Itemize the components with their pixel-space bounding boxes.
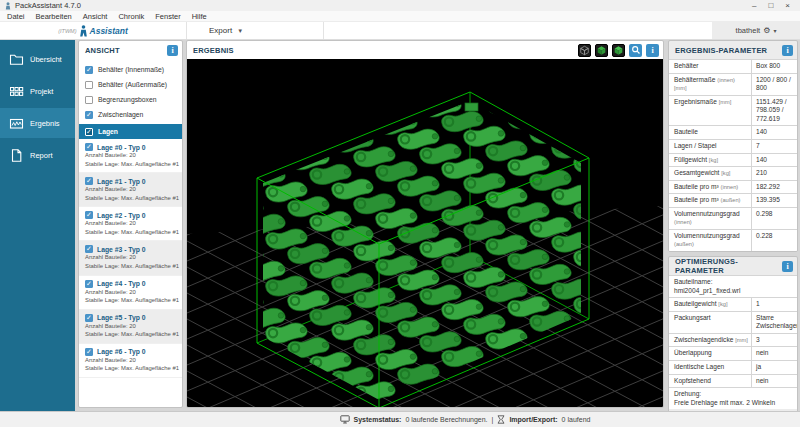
import-export-value: 0 laufend bbox=[562, 416, 591, 423]
param-label: Lagen / Stapel bbox=[669, 140, 751, 153]
param-value: nein bbox=[751, 347, 797, 360]
lage-detail: Anzahl Bauteile: 20 bbox=[85, 322, 179, 331]
optimierungs-parameter-table: Bauteilname:hmi2004_pr1_fixed.wrlBauteil… bbox=[669, 275, 797, 409]
sidebar-item-ergebnis[interactable]: Ergebnis bbox=[0, 108, 75, 138]
checkbox-icon[interactable]: ✓ bbox=[85, 66, 93, 74]
info-icon[interactable]: i bbox=[646, 44, 659, 57]
checkbox-icon[interactable]: ✓ bbox=[85, 314, 93, 322]
report-icon bbox=[9, 148, 24, 163]
export-button[interactable]: Export ▼ bbox=[186, 22, 324, 39]
minimize-button[interactable]: – bbox=[752, 1, 756, 11]
lage-detail: Stabile Lage: Max. Auflagefläche #1 bbox=[85, 296, 179, 305]
lage-detail: Anzahl Bauteile: 20 bbox=[85, 185, 179, 194]
menu-ansicht[interactable]: Ansicht bbox=[83, 12, 108, 21]
param-row: Bauteilname:hmi2004_pr1_fixed.wrl bbox=[669, 275, 797, 297]
app-icon bbox=[4, 2, 12, 10]
zoom-button[interactable] bbox=[629, 44, 642, 57]
info-icon[interactable]: i bbox=[167, 45, 178, 56]
ergebnis-parameter-title: ERGEBNIS-PARAMETER bbox=[675, 46, 767, 55]
checkbox-icon[interactable]: ✓ bbox=[85, 280, 93, 288]
lage-title: Lage #3 - Typ 0 bbox=[97, 246, 146, 253]
checkbox-icon[interactable]: ✓ bbox=[85, 111, 93, 119]
param-label: Identische Lagen bbox=[669, 361, 751, 374]
view-checkbox-row[interactable]: Begrenzungsboxen bbox=[79, 92, 182, 107]
param-label: Bauteilname: bbox=[674, 278, 794, 287]
param-value: 1 bbox=[751, 298, 797, 311]
view-checkbox-row[interactable]: ✓Behälter (Innenmaße) bbox=[79, 62, 182, 77]
lage-list-item[interactable]: ✓Lage #5 - Typ 0Anzahl Bauteile: 20Stabi… bbox=[79, 310, 182, 344]
param-value: 0.298 bbox=[751, 208, 797, 229]
menu-hilfe[interactable]: Hilfe bbox=[192, 12, 207, 21]
param-label: Packungsart bbox=[669, 312, 751, 333]
param-label: Behältermaße (innen) [mm] bbox=[669, 74, 751, 95]
sidebar-item-projekt[interactable]: Projekt bbox=[0, 76, 75, 106]
lage-detail: Anzahl Bauteile: 20 bbox=[85, 253, 179, 262]
info-icon[interactable]: i bbox=[782, 261, 793, 272]
menu-bearbeiten[interactable]: Bearbeiten bbox=[36, 12, 72, 21]
lage-title: Lage #2 - Typ 0 bbox=[97, 212, 146, 219]
param-label: Volumennutzungsgrad (außen) bbox=[669, 230, 751, 251]
menu-chronik[interactable]: Chronik bbox=[118, 12, 144, 21]
solid-view-button[interactable] bbox=[595, 44, 608, 57]
param-row: Füllgewicht [kg]140 bbox=[669, 153, 797, 167]
3d-viewport[interactable] bbox=[187, 59, 664, 408]
wireframe-cube-icon bbox=[579, 45, 590, 56]
logo-prefix: (ITWM) bbox=[58, 28, 76, 34]
checkbox-icon[interactable]: ✓ bbox=[85, 211, 93, 219]
logo-text: Assistant bbox=[90, 26, 128, 36]
view-checkbox-row[interactable]: Behälter (Außenmaße) bbox=[79, 77, 182, 92]
lage-list-item[interactable]: ✓Lage #4 - Typ 0Anzahl Bauteile: 20Stabi… bbox=[79, 276, 182, 310]
close-button[interactable]: × bbox=[785, 1, 790, 11]
person-icon bbox=[79, 25, 88, 37]
param-row: Behälter Box 800 bbox=[669, 59, 797, 73]
view-options-list: ✓Behälter (Innenmaße)Behälter (Außenmaße… bbox=[79, 59, 182, 122]
lage-detail: Stabile Lage: Max. Auflagefläche #1 bbox=[85, 228, 179, 237]
lage-detail: Stabile Lage: Max. Auflagefläche #1 bbox=[85, 262, 179, 271]
param-label: Zwischenlagendicke [mm] bbox=[669, 334, 751, 347]
lage-list-item[interactable]: ✓Lage #0 - Typ 0Anzahl Bauteile: 20Stabi… bbox=[79, 139, 182, 173]
view-checkbox-row[interactable]: ✓Zwischenlagen bbox=[79, 107, 182, 122]
lagen-header-row[interactable]: ✓ Lagen bbox=[79, 124, 182, 139]
system-status-value: 0 laufende Berechnungen. bbox=[405, 416, 487, 423]
solid-cube-icon bbox=[613, 45, 624, 56]
lage-detail: Anzahl Bauteile: 20 bbox=[85, 219, 179, 228]
maximize-button[interactable]: □ bbox=[768, 1, 773, 11]
checkbox-icon[interactable] bbox=[85, 96, 93, 104]
ergebnis-panel: ERGEBNIS bbox=[186, 40, 664, 408]
checkbox-icon[interactable]: ✓ bbox=[85, 128, 93, 136]
param-value: 1151.429 / 798.059 / 772.619 bbox=[751, 96, 797, 126]
import-export-label: Import/Export: bbox=[509, 416, 557, 423]
chevron-down-icon: ▾ bbox=[773, 27, 776, 34]
lage-title: Lage #6 - Typ 0 bbox=[97, 348, 146, 355]
lage-list-item[interactable]: ✓Lage #1 - Typ 0Anzahl Bauteile: 20Stabi… bbox=[79, 173, 182, 207]
menu-fenster[interactable]: Fenster bbox=[155, 12, 180, 21]
checkbox-icon[interactable]: ✓ bbox=[85, 245, 93, 253]
lage-list-item[interactable]: ✓Lage #2 - Typ 0Anzahl Bauteile: 20Stabi… bbox=[79, 207, 182, 241]
optimierungs-parameter-card: OPTIMIERUNGS-PARAMETER i Bauteilname:hmi… bbox=[668, 256, 798, 424]
user-name: tbathelt bbox=[736, 26, 761, 35]
info-icon[interactable]: i bbox=[782, 45, 793, 56]
param-value: Freie Drehlage mit max. 2 Winkeln bbox=[674, 399, 794, 408]
menu-datei[interactable]: Datei bbox=[7, 12, 25, 21]
lage-list-item[interactable]: ✓Lage #6 - Typ 0Anzahl Bauteile: 20Stabi… bbox=[79, 344, 182, 378]
window-controls: – □ × bbox=[752, 1, 796, 11]
param-label: Gesamtgewicht [kg] bbox=[669, 167, 751, 180]
user-menu[interactable]: tbathelt ⚙ ▾ bbox=[712, 22, 800, 39]
param-label: Bauteile pro m³ (innen) bbox=[669, 181, 751, 194]
checkbox-icon[interactable]: ✓ bbox=[85, 143, 93, 151]
checkbox-icon[interactable]: ✓ bbox=[85, 348, 93, 356]
checkbox-icon[interactable] bbox=[85, 81, 93, 89]
solid-view-alt-button[interactable] bbox=[612, 44, 625, 57]
param-unit: [kg] bbox=[718, 301, 727, 307]
lage-detail: Anzahl Bauteile: 20 bbox=[85, 288, 179, 297]
param-row: Ergebnismaße [mm]1151.429 / 798.059 / 77… bbox=[669, 95, 797, 126]
checkbox-icon[interactable]: ✓ bbox=[85, 177, 93, 185]
param-unit: (außen) bbox=[721, 197, 741, 203]
wireframe-view-button[interactable] bbox=[578, 44, 591, 57]
lage-list-item[interactable]: ✓Lage #3 - Typ 0Anzahl Bauteile: 20Stabi… bbox=[79, 241, 182, 275]
param-value: 140 bbox=[751, 154, 797, 167]
lage-title: Lage #0 - Typ 0 bbox=[97, 144, 146, 151]
sidebar-item-uebersicht[interactable]: Übersicht bbox=[0, 44, 75, 74]
sidebar-item-report[interactable]: Report bbox=[0, 140, 75, 170]
param-value: 0.228 bbox=[751, 230, 797, 251]
